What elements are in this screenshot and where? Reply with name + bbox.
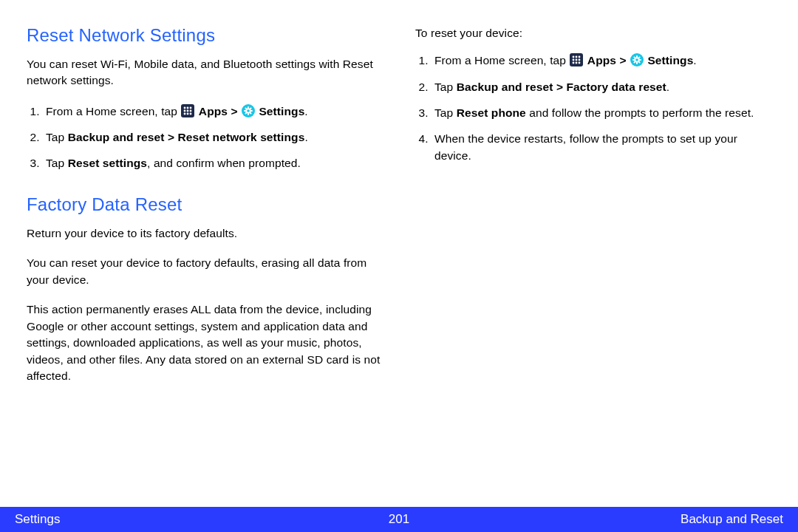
settings-label: Settings	[259, 105, 304, 117]
step-text: .	[693, 54, 696, 66]
step-item: Tap Backup and reset > Factory data rese…	[432, 78, 771, 95]
right-column: To reset your device: From a Home screen…	[415, 25, 771, 398]
intro-reset-device: To reset your device:	[415, 25, 771, 41]
step-text: , and confirm when prompted.	[147, 157, 301, 169]
para-factory-detail-2: This action permanently erases ALL data …	[27, 301, 383, 384]
footer-left: Settings	[15, 512, 60, 527]
step-item: Tap Backup and reset > Reset network set…	[43, 129, 383, 146]
step-text: .	[304, 105, 307, 117]
para-factory-intro: Return your device to its factory defaul…	[27, 225, 383, 242]
bold-label: Reset phone	[457, 106, 526, 119]
step-text: From a Home screen, tap	[434, 54, 569, 66]
step-item: Tap Reset settings, and confirm when pro…	[43, 154, 383, 171]
step-text: Tap	[46, 131, 68, 143]
footer-page-number: 201	[389, 512, 409, 527]
step-text: and follow the prompts to perform the re…	[526, 106, 754, 119]
content-columns: Reset Network Settings You can reset Wi-…	[0, 0, 798, 398]
step-text: .	[304, 131, 307, 143]
apps-icon	[181, 104, 194, 117]
steps-reset-network: From a Home screen, tap Apps > Settings.…	[27, 103, 383, 172]
bold-label: Reset settings	[68, 157, 147, 169]
bold-path: Backup and reset > Factory data reset	[457, 81, 666, 93]
step-text: When the device restarts, follow the pro…	[434, 132, 737, 162]
settings-icon	[242, 104, 255, 117]
page-footer: Settings 201 Backup and Reset	[0, 507, 798, 532]
step-item: Tap Reset phone and follow the prompts t…	[432, 104, 771, 121]
footer-right: Backup and Reset	[681, 512, 783, 527]
heading-reset-network-settings: Reset Network Settings	[27, 25, 383, 46]
step-item: From a Home screen, tap Apps > Settings.	[43, 103, 383, 120]
step-item: From a Home screen, tap Apps > Settings.	[432, 52, 771, 69]
step-text: Tap	[434, 81, 457, 93]
bold-path: Backup and reset > Reset network setting…	[68, 131, 305, 143]
step-text: .	[666, 81, 669, 93]
settings-icon	[630, 53, 644, 66]
intro-reset-network: You can reset Wi-Fi, Mobile data, and Bl…	[27, 56, 383, 89]
apps-label: Apps >	[199, 105, 241, 117]
para-factory-detail-1: You can reset your device to factory def…	[27, 255, 383, 288]
step-text: From a Home screen, tap	[46, 105, 180, 117]
heading-factory-data-reset: Factory Data Reset	[27, 194, 383, 215]
settings-label: Settings	[647, 54, 693, 66]
manual-page: Reset Network Settings You can reset Wi-…	[0, 0, 798, 532]
step-text: Tap	[46, 157, 68, 169]
left-column: Reset Network Settings You can reset Wi-…	[27, 25, 383, 398]
steps-reset-device: From a Home screen, tap Apps > Settings.…	[415, 52, 771, 164]
step-item: When the device restarts, follow the pro…	[432, 130, 771, 165]
apps-label: Apps >	[587, 54, 630, 66]
apps-icon	[570, 53, 583, 66]
step-text: Tap	[434, 106, 457, 119]
